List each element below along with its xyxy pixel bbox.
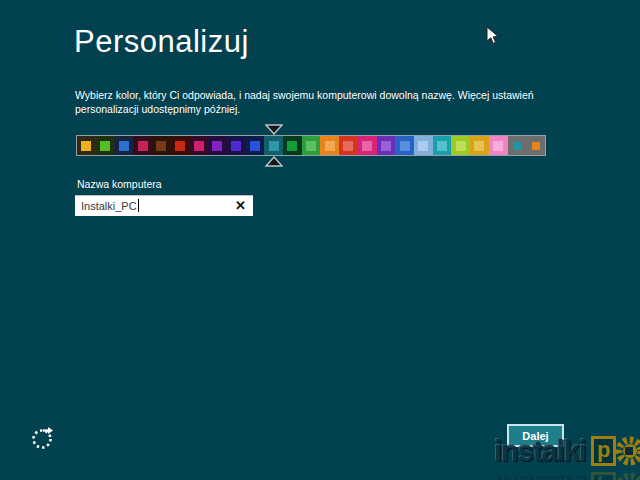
color-swatch[interactable] — [152, 136, 171, 155]
color-swatch-inner — [456, 141, 466, 151]
color-swatch-inner — [493, 141, 503, 151]
color-swatch[interactable] — [208, 136, 227, 155]
color-swatch-inner — [325, 141, 335, 151]
gear-icon — [612, 433, 640, 469]
color-swatch[interactable] — [433, 136, 452, 155]
color-swatch[interactable] — [489, 136, 508, 155]
color-swatch[interactable] — [245, 136, 264, 155]
color-swatch[interactable] — [377, 136, 396, 155]
intro-text: Wybierz kolor, który Ci odpowiada, i nad… — [75, 89, 583, 116]
color-swatch-inner — [418, 141, 428, 151]
gear-icon — [612, 469, 640, 480]
color-swatch-inner — [156, 141, 166, 151]
color-swatch-inner — [212, 141, 222, 151]
color-swatch-inner — [194, 141, 204, 151]
watermark-reflection: instalki p — [494, 470, 640, 480]
color-swatch[interactable] — [189, 136, 208, 155]
color-swatch-inner — [306, 141, 316, 151]
color-swatch-inner — [513, 142, 521, 150]
color-swatch-inner — [81, 141, 91, 151]
color-swatch[interactable] — [508, 136, 527, 155]
ease-of-access-button[interactable] — [30, 424, 56, 452]
next-button-label: Dalej — [522, 430, 548, 442]
color-swatch[interactable] — [227, 136, 246, 155]
color-swatch[interactable] — [77, 136, 96, 155]
computer-name-input[interactable]: Instalki_PC ✕ — [75, 195, 253, 216]
slider-handle-down-icon[interactable] — [265, 124, 283, 135]
page-title: Personalizuj — [74, 24, 249, 60]
ease-of-access-icon — [30, 424, 56, 452]
watermark-logo-letter: p — [591, 436, 616, 466]
color-swatch-inner — [250, 141, 260, 151]
color-swatch[interactable] — [320, 136, 339, 155]
color-swatch-inner — [362, 141, 372, 151]
color-swatch-inner — [231, 141, 241, 151]
color-swatch[interactable] — [264, 136, 283, 155]
color-swatch[interactable] — [451, 136, 470, 155]
color-swatch[interactable] — [395, 136, 414, 155]
color-swatch[interactable] — [526, 136, 545, 155]
clear-input-button[interactable]: ✕ — [228, 195, 253, 216]
color-swatch[interactable] — [358, 136, 377, 155]
slider-handle-up-icon[interactable] — [265, 156, 283, 167]
color-swatch-inner — [269, 141, 279, 151]
color-slider-strip[interactable] — [76, 135, 546, 156]
color-swatch[interactable] — [133, 136, 152, 155]
next-button[interactable]: Dalej — [507, 424, 564, 447]
color-swatch-inner — [437, 141, 447, 151]
mouse-cursor-icon — [486, 26, 500, 46]
color-swatch-inner — [474, 141, 484, 151]
computer-name-label: Nazwa komputera — [77, 178, 162, 190]
color-swatch-inner — [381, 141, 391, 151]
color-swatch[interactable] — [283, 136, 302, 155]
color-swatch-inner — [100, 141, 110, 151]
color-swatch-inner — [400, 141, 410, 151]
color-swatch-inner — [532, 142, 540, 150]
personalize-screen: Personalizuj Wybierz kolor, który Ci odp… — [0, 0, 640, 480]
color-swatch[interactable] — [114, 136, 133, 155]
color-swatch[interactable] — [302, 136, 321, 155]
computer-name-value: Instalki_PC — [75, 200, 137, 212]
color-swatch[interactable] — [171, 136, 190, 155]
color-swatch[interactable] — [414, 136, 433, 155]
color-swatch-inner — [119, 141, 129, 151]
color-swatch-inner — [343, 141, 353, 151]
color-swatch[interactable] — [470, 136, 489, 155]
color-swatch-inner — [287, 141, 297, 151]
color-swatch[interactable] — [96, 136, 115, 155]
text-caret — [138, 199, 139, 212]
color-swatch-inner — [138, 141, 148, 151]
color-swatch-inner — [175, 141, 185, 151]
color-swatch[interactable] — [339, 136, 358, 155]
